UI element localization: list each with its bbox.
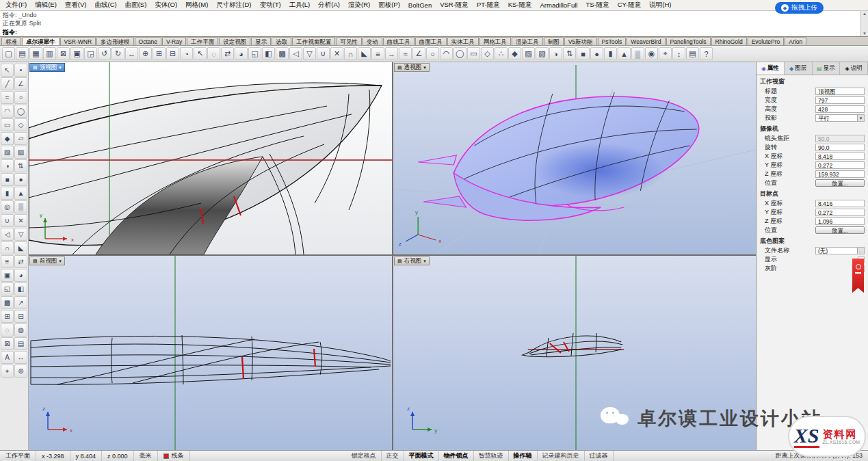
scale[interactable]: ◱ [1, 282, 14, 295]
status-toggle[interactable]: 智慧轨迹 [474, 451, 509, 461]
menu-item[interactable]: 面板(P) [374, 1, 404, 10]
polyline[interactable]: ∠ [412, 47, 425, 60]
curve[interactable]: ≈ [1, 91, 14, 104]
point[interactable]: • [14, 64, 27, 77]
status-toggle[interactable]: 记录建构历史 [538, 451, 585, 461]
viewport-top[interactable]: x y ▤ 顶视图 ▾ [29, 62, 392, 254]
menu-item[interactable]: 说明(H) [645, 1, 675, 10]
viewport-label-right[interactable]: ▤ 右视图 ▾ [394, 256, 430, 265]
print[interactable]: ▥ [43, 47, 56, 60]
hide[interactable]: ◌ [1, 324, 14, 337]
property-value[interactable]: 放置... [815, 226, 865, 234]
rotate[interactable]: ◕ [14, 269, 27, 282]
toolbar-tab[interactable]: 曲面工具 [415, 37, 447, 45]
property-value[interactable]: 50.0 [815, 135, 865, 142]
cylinder[interactable]: ▮ [1, 187, 14, 200]
zoom-extents[interactable]: ⊟ [166, 47, 179, 60]
save[interactable]: ▦ [29, 47, 42, 60]
toolbar-tab[interactable]: 网格工具 [479, 37, 511, 45]
viewport-label-top[interactable]: ▤ 顶视图 ▾ [29, 63, 65, 72]
property-value[interactable]: 797 [815, 96, 865, 104]
menu-item[interactable]: VSR-随意 [436, 1, 473, 10]
status-toggle[interactable]: 过滤器 [585, 451, 614, 461]
toolbar-tab[interactable]: 卓尔谟犀牛 [22, 37, 60, 45]
sweep[interactable]: ▧ [536, 47, 549, 60]
property-value[interactable]: 平行 [815, 114, 865, 122]
select-brush[interactable]: ◌ [207, 47, 220, 60]
rotate-view[interactable]: ◔ [180, 47, 193, 60]
circle[interactable]: ○ [426, 47, 439, 60]
viewport-label-perspective[interactable]: ▤ 透视图 ▾ [394, 63, 430, 72]
extrude[interactable]: ⇅ [14, 159, 27, 172]
property-value[interactable]: 159.932 [815, 170, 865, 178]
mesh[interactable]: ▒ [631, 47, 644, 60]
open-file[interactable]: ▤ [16, 47, 29, 60]
cut[interactable]: ⊠ [57, 47, 70, 60]
panel-tab[interactable]: ◉ 属性 [757, 62, 785, 75]
revolve[interactable]: ◑ [549, 47, 562, 60]
status-toggle[interactable]: 物件锁点 [439, 451, 474, 461]
redo[interactable]: ↻ [111, 47, 124, 60]
toolbar-tab[interactable]: 多边形建模 [96, 37, 134, 45]
line[interactable]: ╱ [1, 77, 14, 90]
surface[interactable]: ◆ [508, 47, 521, 60]
offset[interactable]: ≡ [371, 47, 384, 60]
rectangle[interactable]: ▭ [467, 47, 480, 60]
menu-item[interactable]: 分析(A) [314, 1, 344, 10]
command-scrollbar[interactable]: ▲ ▼ [860, 11, 868, 36]
srf-corner[interactable]: ▱ [14, 132, 27, 145]
toolbar-tab[interactable]: Arion [785, 37, 806, 45]
toolbar-tab[interactable]: PanelingTools [666, 37, 711, 45]
loft[interactable]: ▨ [522, 47, 535, 60]
toolbar-tab[interactable]: 可见性 [336, 37, 362, 45]
dimension[interactable]: ↕ [672, 47, 685, 60]
arc[interactable]: ◠ [1, 105, 14, 118]
ellipse[interactable]: ◯ [14, 105, 27, 118]
sphere[interactable]: ● [14, 173, 27, 186]
array[interactable]: ▩ [276, 47, 289, 60]
join[interactable]: ∪ [317, 47, 330, 60]
select[interactable]: ↖ [194, 47, 207, 60]
extrude[interactable]: ⇅ [563, 47, 576, 60]
copy[interactable]: ▣ [70, 47, 83, 60]
toolbar-tab[interactable]: 设定视图 [219, 37, 250, 45]
sweep[interactable]: ▧ [14, 146, 27, 159]
property-value[interactable]: 90.0 [815, 144, 865, 151]
select[interactable]: ↖ [1, 64, 14, 77]
arc[interactable]: ◠ [440, 47, 453, 60]
layer[interactable]: ▤ [14, 337, 27, 350]
help[interactable]: ? [700, 47, 713, 60]
split[interactable]: ▽ [14, 228, 27, 241]
measure[interactable]: ⌖ [1, 365, 14, 378]
move[interactable]: ⇄ [14, 255, 27, 268]
toolbar-tab[interactable]: V5新功能 [564, 37, 597, 45]
trim[interactable]: ◁ [1, 228, 14, 241]
viewport-perspective[interactable]: x y z ▤ 透视图 ▾ [393, 62, 756, 254]
join[interactable]: ∪ [1, 214, 14, 227]
menu-item[interactable]: BoltGen [404, 1, 436, 9]
menu-item[interactable]: TS-随意 [581, 1, 613, 10]
toolbar-tab[interactable]: 显示 [251, 37, 271, 45]
property-value[interactable]: 0.272 [815, 209, 865, 216]
analyze[interactable]: ⌖ [659, 47, 672, 60]
fillet[interactable]: ∩ [1, 241, 14, 254]
property-value[interactable]: 0.272 [815, 161, 865, 169]
cone[interactable]: ▲ [14, 187, 27, 200]
toolbar-tab[interactable]: V-Ray [162, 37, 186, 45]
menu-item[interactable]: 编辑(E) [31, 1, 61, 10]
array[interactable]: ▩ [1, 296, 14, 309]
toolbar-tab[interactable]: RhinoGold [711, 37, 747, 45]
toolbar-tab[interactable]: 选取 [272, 37, 291, 45]
show[interactable]: ◍ [14, 324, 27, 337]
property-value[interactable]: 8.418 [815, 153, 865, 160]
viewport-front[interactable]: x z ▤ 前视图 ▾ [29, 256, 392, 450]
toolbar-tab[interactable]: WeaverBird [627, 37, 665, 45]
promo-ribbon-badge[interactable] [852, 259, 864, 293]
rotate[interactable]: ◕ [235, 47, 248, 60]
toolbar-tab[interactable]: 变动 [363, 37, 382, 45]
toolbar-tab[interactable]: 渲染工具 [512, 37, 543, 45]
cylinder[interactable]: ▮ [604, 47, 617, 60]
copy[interactable]: ▣ [1, 269, 14, 282]
menu-item[interactable]: 变动(T) [256, 1, 285, 10]
menu-item[interactable]: 曲面(S) [121, 1, 151, 10]
